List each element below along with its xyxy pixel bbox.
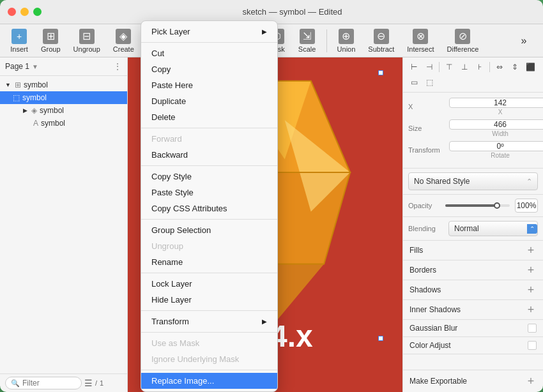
align-bottom-button[interactable]: ⊦ [473, 60, 487, 74]
fills-row[interactable]: Fills + [403, 241, 543, 260]
position-x-input[interactable] [449, 98, 543, 108]
sidebar-settings-icon[interactable]: ⋮ [113, 61, 122, 72]
layer-item[interactable]: ▶ ◈ symbol [0, 104, 127, 117]
minimize-button[interactable] [20, 8, 29, 16]
toolbar-sep-2 [326, 29, 327, 52]
opacity-label: Opacity [408, 202, 440, 209]
menu-item-rename[interactable]: Rename [141, 254, 277, 270]
selection-handle-br[interactable] [378, 336, 383, 341]
difference-button[interactable]: ⊘ Difference [442, 26, 484, 56]
shadows-row[interactable]: Shadows + [403, 280, 543, 300]
menu-item-lock-layer[interactable]: Lock Layer [141, 276, 277, 292]
align-extra-1[interactable]: ⬛ [523, 60, 537, 74]
layer-item-selected[interactable]: ⬚ symbol [0, 91, 127, 104]
menu-item-duplicate[interactable]: Duplicate [141, 93, 277, 109]
position-label: X [408, 103, 447, 110]
borders-row[interactable]: Borders + [403, 260, 543, 280]
blending-dropdown[interactable]: Normal ⌃ [448, 221, 538, 236]
alignment-bar: ⊢ ⊣ ⊤ ⊥ ⊦ ⇔ ⇕ ⬛ ▭ ⬚ [403, 57, 543, 93]
insert-button[interactable]: + Insert [5, 26, 33, 56]
borders-add-button[interactable]: + [525, 264, 537, 276]
inner-shadows-add-button[interactable]: + [525, 304, 537, 315]
color-adjust-row[interactable]: Color Adjust [403, 337, 543, 354]
chevron-down-icon: ⌃ [526, 177, 532, 186]
transform-label: Transform [408, 146, 447, 154]
layer-name: symbol [40, 106, 64, 115]
blending-section: Blending Normal ⌃ [403, 217, 543, 241]
size-w-input[interactable] [449, 119, 543, 130]
menu-item-paste-style[interactable]: Paste Style [141, 185, 277, 200]
menu-item-group-selection[interactable]: Group Selection [141, 222, 277, 238]
gaussian-blur-row[interactable]: Gaussian Blur [403, 320, 543, 337]
gaussian-blur-label: Gaussian Blur [409, 324, 528, 333]
menu-item-transform[interactable]: Transform ▶ [141, 313, 277, 329]
inner-shadows-label: Inner Shadows [409, 305, 525, 314]
size-label: Size [408, 124, 447, 132]
layer-item[interactable]: ▼ ⊞ symbol [0, 79, 127, 91]
menu-item-copy-css[interactable]: Copy CSS Attributes [141, 200, 277, 216]
menu-sep [141, 165, 277, 166]
width-label: Width [492, 130, 509, 137]
union-button[interactable]: ⊕ Union [332, 26, 361, 56]
more-button[interactable]: » [510, 33, 538, 49]
group-button[interactable]: ⊞ Group [36, 26, 66, 56]
opacity-thumb[interactable] [494, 202, 500, 209]
shared-style-dropdown[interactable]: No Shared Style ⌃ [408, 172, 538, 190]
filter-input[interactable] [22, 379, 73, 388]
menu-item-ignore-mask: Ignore Underlying Mask [141, 351, 277, 367]
layout-toggle-icon[interactable]: ☰ [84, 378, 93, 388]
color-adjust-label: Color Adjust [409, 341, 528, 350]
ungroup-button[interactable]: ⊟ Ungroup [68, 26, 105, 56]
menu-item-delete[interactable]: Delete [141, 109, 277, 125]
rotate-input[interactable] [449, 141, 543, 151]
subtract-button[interactable]: ⊖ Subtract [363, 26, 399, 56]
align-top-button[interactable]: ⊤ [442, 60, 456, 74]
shadows-add-button[interactable]: + [525, 284, 537, 296]
gaussian-blur-checkbox[interactable] [528, 324, 537, 333]
page-dropdown[interactable]: Page 1 [5, 62, 29, 71]
intersect-button[interactable]: ⊗ Intersect [402, 26, 439, 56]
menu-item-copy-style[interactable]: Copy Style [141, 169, 277, 185]
menu-item-hide-layer[interactable]: Hide Layer [141, 292, 277, 308]
expand-icon: ▶ [23, 107, 27, 114]
menu-item-use-as-mask: Use as Mask [141, 335, 277, 351]
sidebar: Page 1 ▼ ⋮ ▼ ⊞ symbol ⬚ symbol [0, 57, 128, 392]
window-title: sketch — symbol — Edited [49, 7, 535, 17]
group-icon: ⊞ [43, 29, 58, 44]
menu-sep [141, 128, 277, 128]
distribute-h-button[interactable]: ⇔ [493, 60, 507, 74]
inner-shadows-row[interactable]: Inner Shadows + [403, 300, 543, 320]
create-icon: ◈ [116, 29, 131, 44]
distribute-v-button[interactable]: ⇕ [508, 60, 522, 74]
menu-item-copy[interactable]: Copy [141, 61, 277, 77]
exportable-add-button[interactable]: + [525, 375, 537, 387]
subtract-icon: ⊖ [374, 29, 389, 44]
align-extra-2[interactable]: ▭ [407, 75, 421, 89]
menu-item-paste-here[interactable]: Paste Here [141, 77, 277, 93]
fills-add-button[interactable]: + [525, 245, 537, 256]
menu-item-backward[interactable]: Backward [141, 147, 277, 163]
align-center-h-button[interactable]: ⊣ [422, 60, 436, 74]
submenu-arrow-icon: ▶ [262, 318, 267, 325]
layer-name: symbol [41, 119, 65, 128]
align-extra-3[interactable]: ⬚ [422, 75, 436, 89]
align-left-button[interactable]: ⊢ [407, 60, 421, 74]
align-center-v-button[interactable]: ⊥ [457, 60, 471, 74]
shadows-label: Shadows [409, 285, 525, 294]
create-button[interactable]: ◈ Create [108, 26, 139, 56]
color-adjust-checkbox[interactable] [528, 341, 537, 350]
borders-label: Borders [409, 266, 525, 275]
blending-label: Blending [408, 225, 443, 232]
layer-item[interactable]: A symbol [0, 117, 127, 130]
opacity-input[interactable] [515, 199, 538, 213]
menu-sep [141, 310, 277, 311]
filter-search[interactable]: 🔍 [5, 377, 82, 389]
make-exportable-row[interactable]: Make Exportable + [403, 370, 543, 392]
maximize-button[interactable] [33, 8, 42, 16]
blending-dropdown-arrow: ⌃ [527, 224, 537, 234]
close-button[interactable] [8, 8, 16, 16]
menu-item-replace-image[interactable]: Replace Image... [141, 373, 277, 389]
selection-handle-tr[interactable] [378, 70, 383, 75]
scale-button[interactable]: ⇲ Scale [293, 26, 321, 56]
union-icon: ⊕ [339, 29, 354, 44]
